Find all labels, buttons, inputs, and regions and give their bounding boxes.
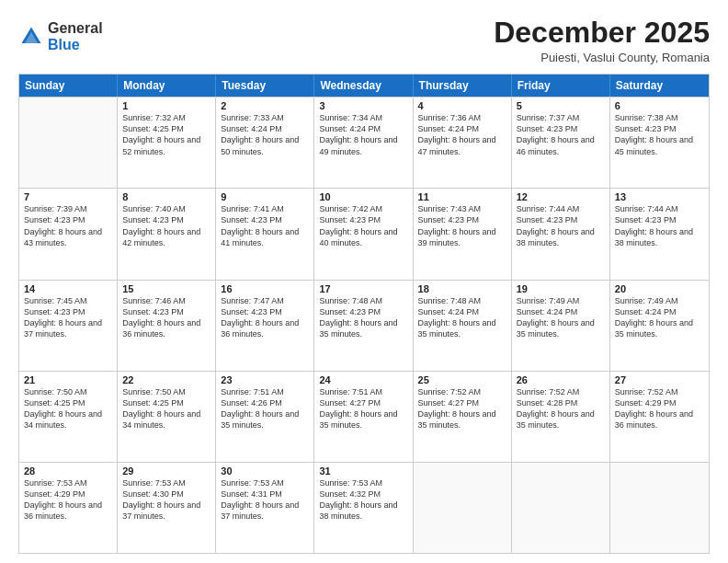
day-number: 27 [615, 374, 704, 385]
calendar: SundayMondayTuesdayWednesdayThursdayFrid… [18, 74, 710, 554]
calendar-cell: 14Sunrise: 7:45 AMSunset: 4:23 PMDayligh… [19, 281, 118, 371]
calendar-header-cell: Wednesday [314, 75, 413, 97]
calendar-cell: 25Sunrise: 7:52 AMSunset: 4:27 PMDayligh… [414, 372, 512, 462]
day-info: Sunrise: 7:44 AMSunset: 4:23 PMDaylight:… [615, 203, 704, 248]
day-number: 8 [122, 191, 210, 202]
day-info: Sunrise: 7:40 AMSunset: 4:23 PMDaylight:… [122, 203, 210, 248]
day-number: 1 [122, 100, 210, 111]
page: General Blue December 2025 Puiesti, Vasl… [0, 0, 728, 563]
header: General Blue December 2025 Puiesti, Vasl… [18, 17, 710, 64]
day-info: Sunrise: 7:34 AMSunset: 4:24 PMDaylight:… [319, 112, 407, 157]
day-info: Sunrise: 7:50 AMSunset: 4:25 PMDaylight:… [24, 386, 112, 431]
calendar-header-cell: Sunday [19, 75, 118, 97]
day-info: Sunrise: 7:39 AMSunset: 4:23 PMDaylight:… [24, 203, 112, 248]
day-info: Sunrise: 7:44 AMSunset: 4:23 PMDaylight:… [517, 203, 605, 248]
calendar-header-cell: Tuesday [216, 75, 314, 97]
day-info: Sunrise: 7:53 AMSunset: 4:32 PMDaylight:… [319, 477, 407, 523]
calendar-cell: 1Sunrise: 7:32 AMSunset: 4:25 PMDaylight… [118, 98, 216, 188]
calendar-cell: 22Sunrise: 7:50 AMSunset: 4:25 PMDayligh… [118, 372, 216, 462]
day-number: 17 [319, 283, 407, 294]
day-info: Sunrise: 7:48 AMSunset: 4:23 PMDaylight:… [319, 295, 407, 340]
calendar-cell: 7Sunrise: 7:39 AMSunset: 4:23 PMDaylight… [19, 189, 118, 279]
day-number: 23 [221, 374, 309, 385]
day-number: 21 [24, 374, 112, 385]
day-number: 19 [517, 283, 605, 294]
day-number: 9 [221, 191, 309, 202]
calendar-row: 21Sunrise: 7:50 AMSunset: 4:25 PMDayligh… [19, 371, 709, 462]
calendar-cell: 18Sunrise: 7:48 AMSunset: 4:24 PMDayligh… [414, 281, 512, 371]
day-info: Sunrise: 7:32 AMSunset: 4:25 PMDaylight:… [122, 112, 210, 157]
day-number: 20 [615, 283, 704, 294]
day-info: Sunrise: 7:53 AMSunset: 4:29 PMDaylight:… [24, 477, 112, 523]
day-number: 2 [221, 100, 309, 111]
calendar-cell: 3Sunrise: 7:34 AMSunset: 4:24 PMDaylight… [314, 98, 413, 188]
day-info: Sunrise: 7:48 AMSunset: 4:24 PMDaylight:… [418, 295, 506, 340]
calendar-cell: 29Sunrise: 7:53 AMSunset: 4:30 PMDayligh… [118, 463, 216, 553]
day-number: 16 [221, 283, 309, 294]
day-info: Sunrise: 7:52 AMSunset: 4:29 PMDaylight:… [615, 386, 704, 431]
day-number: 22 [122, 374, 210, 385]
calendar-cell: 13Sunrise: 7:44 AMSunset: 4:23 PMDayligh… [610, 189, 709, 279]
calendar-cell: 15Sunrise: 7:46 AMSunset: 4:23 PMDayligh… [118, 281, 216, 371]
day-info: Sunrise: 7:52 AMSunset: 4:28 PMDaylight:… [517, 386, 605, 431]
day-info: Sunrise: 7:51 AMSunset: 4:26 PMDaylight:… [221, 386, 309, 431]
calendar-cell [19, 98, 118, 188]
day-info: Sunrise: 7:38 AMSunset: 4:23 PMDaylight:… [615, 112, 704, 157]
day-number: 10 [319, 191, 407, 202]
calendar-cell: 6Sunrise: 7:38 AMSunset: 4:23 PMDaylight… [610, 98, 709, 188]
calendar-cell: 5Sunrise: 7:37 AMSunset: 4:23 PMDaylight… [512, 98, 610, 188]
day-number: 30 [221, 465, 309, 477]
day-number: 15 [122, 283, 210, 294]
day-info: Sunrise: 7:37 AMSunset: 4:23 PMDaylight:… [517, 112, 605, 157]
day-info: Sunrise: 7:36 AMSunset: 4:24 PMDaylight:… [418, 112, 506, 157]
calendar-cell: 21Sunrise: 7:50 AMSunset: 4:25 PMDayligh… [19, 372, 118, 462]
logo-general: General [48, 20, 103, 37]
day-number: 24 [319, 374, 407, 385]
calendar-cell [414, 463, 512, 553]
calendar-header-cell: Monday [118, 75, 216, 97]
calendar-header-row: SundayMondayTuesdayWednesdayThursdayFrid… [19, 75, 709, 97]
calendar-cell [610, 463, 709, 553]
day-number: 18 [418, 283, 506, 294]
day-info: Sunrise: 7:47 AMSunset: 4:23 PMDaylight:… [221, 295, 309, 340]
calendar-cell: 12Sunrise: 7:44 AMSunset: 4:23 PMDayligh… [512, 189, 610, 279]
day-number: 7 [24, 191, 112, 202]
calendar-row: 1Sunrise: 7:32 AMSunset: 4:25 PMDaylight… [19, 97, 709, 188]
day-info: Sunrise: 7:45 AMSunset: 4:23 PMDaylight:… [24, 295, 112, 340]
calendar-header-cell: Saturday [610, 75, 709, 97]
day-info: Sunrise: 7:43 AMSunset: 4:23 PMDaylight:… [418, 203, 506, 248]
day-number: 25 [418, 374, 506, 385]
day-info: Sunrise: 7:51 AMSunset: 4:27 PMDaylight:… [319, 386, 407, 431]
day-number: 31 [319, 465, 407, 477]
logo: General Blue [18, 20, 103, 52]
day-info: Sunrise: 7:50 AMSunset: 4:25 PMDaylight:… [122, 386, 210, 431]
calendar-cell: 10Sunrise: 7:42 AMSunset: 4:23 PMDayligh… [314, 189, 413, 279]
calendar-cell: 4Sunrise: 7:36 AMSunset: 4:24 PMDaylight… [414, 98, 512, 188]
day-number: 11 [418, 191, 506, 202]
day-info: Sunrise: 7:49 AMSunset: 4:24 PMDaylight:… [517, 295, 605, 340]
day-number: 29 [122, 465, 210, 477]
calendar-header-cell: Friday [512, 75, 610, 97]
calendar-cell: 2Sunrise: 7:33 AMSunset: 4:24 PMDaylight… [216, 98, 314, 188]
calendar-row: 14Sunrise: 7:45 AMSunset: 4:23 PMDayligh… [19, 280, 709, 371]
calendar-cell: 26Sunrise: 7:52 AMSunset: 4:28 PMDayligh… [512, 372, 610, 462]
day-info: Sunrise: 7:42 AMSunset: 4:23 PMDaylight:… [319, 203, 407, 248]
logo-icon [18, 24, 44, 50]
day-number: 5 [517, 100, 605, 111]
calendar-cell [512, 463, 610, 553]
title-block: December 2025 Puiesti, Vaslui County, Ro… [494, 17, 710, 64]
calendar-cell: 16Sunrise: 7:47 AMSunset: 4:23 PMDayligh… [216, 281, 314, 371]
calendar-body: 1Sunrise: 7:32 AMSunset: 4:25 PMDaylight… [19, 97, 709, 553]
month-title: December 2025 [494, 17, 710, 49]
day-info: Sunrise: 7:41 AMSunset: 4:23 PMDaylight:… [221, 203, 309, 248]
day-number: 6 [615, 100, 704, 111]
day-number: 14 [24, 283, 112, 294]
day-info: Sunrise: 7:46 AMSunset: 4:23 PMDaylight:… [122, 295, 210, 340]
day-number: 3 [319, 100, 407, 111]
calendar-cell: 30Sunrise: 7:53 AMSunset: 4:31 PMDayligh… [216, 463, 314, 553]
day-info: Sunrise: 7:33 AMSunset: 4:24 PMDaylight:… [221, 112, 309, 157]
day-number: 4 [418, 100, 506, 111]
calendar-row: 7Sunrise: 7:39 AMSunset: 4:23 PMDaylight… [19, 188, 709, 279]
logo-blue: Blue [48, 37, 103, 53]
day-info: Sunrise: 7:52 AMSunset: 4:27 PMDaylight:… [418, 386, 506, 431]
